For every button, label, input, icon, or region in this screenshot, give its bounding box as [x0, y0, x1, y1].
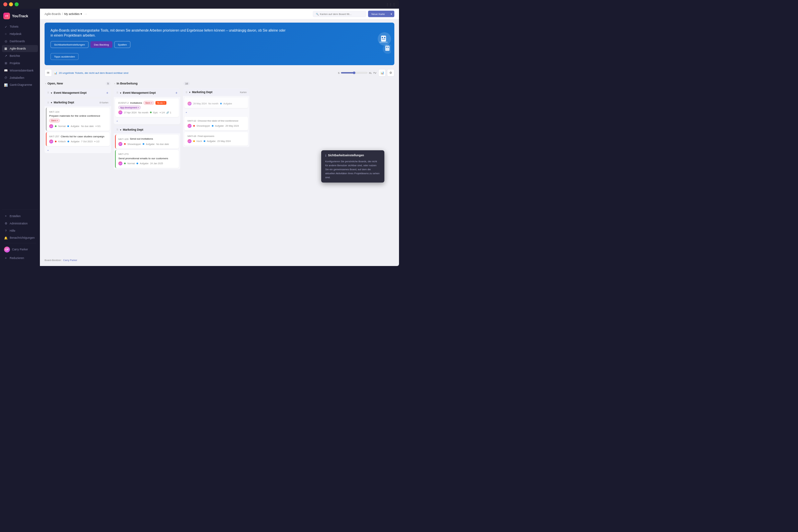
spalten-button[interactable]: Spalten: [114, 41, 130, 48]
agile-boards-icon: ▦: [4, 47, 8, 51]
board-owner-link[interactable]: Carry Parker: [63, 259, 77, 262]
card-avatar-mkt12: CP: [188, 124, 191, 128]
size-slider-group: S XL TV: [338, 72, 376, 75]
neue-karte-label[interactable]: Neue Karte: [368, 11, 388, 17]
drag-handle-icon[interactable]: ⠿: [47, 91, 49, 94]
das-backlog-button[interactable]: Das Backlog: [91, 41, 112, 48]
wissensdatenbank-icon: 📖: [4, 69, 8, 73]
card-id-mkt16: MKT-16: [188, 135, 196, 138]
search-box[interactable]: 🔍: [313, 11, 366, 17]
sidebar-label-administration: Administration: [10, 222, 27, 225]
card-avatar-mkt16: CP: [188, 139, 191, 143]
breadcrumb-current[interactable]: My activities ▾: [64, 12, 82, 16]
group-header-marketing-col1[interactable]: ⠿ ▾ Marketing Dept 8 Karten: [44, 99, 111, 107]
due-event2: No month: [138, 111, 148, 114]
tooltip-title: Sichtbarkeitseinstellungen: [328, 154, 364, 157]
add-card-marketing-col1[interactable]: +: [44, 148, 111, 153]
drag-handle-event-col2-icon[interactable]: ⠿: [116, 91, 118, 94]
banner-text-area: Agile-Boards sind leistungsstarke Tools,…: [51, 28, 287, 60]
sidebar-item-hilfe[interactable]: ? Hilfe: [2, 227, 38, 234]
expand-group-icon[interactable]: ▾: [51, 92, 52, 94]
expand-mkt-col2-icon[interactable]: ▾: [120, 128, 121, 131]
card-mkt-104[interactable]: MKT-104 Prepare materials for the online…: [46, 108, 110, 131]
card-mkt-273[interactable]: MKT-273 Send promotional emails to our c…: [115, 150, 179, 168]
sidebar-item-berichte[interactable]: ↗ Berichte: [2, 53, 38, 59]
size-min-label: S: [338, 72, 340, 75]
search-input[interactable]: [320, 12, 363, 15]
unresolved-tickets-warning[interactable]: 📊 20 ungelöste Tickets, die nicht auf de…: [54, 71, 128, 75]
breadcrumb-current-text: My activities: [64, 12, 79, 16]
sidebar-item-dashboards[interactable]: ◎ Dashboards: [2, 38, 38, 45]
sidebar-item-wissensdatenbank[interactable]: 📖 Wissensdatenbank: [2, 67, 38, 74]
add-card-col3[interactable]: +: [183, 110, 249, 115]
sidebar-item-agile-boards[interactable]: ▦ Agile-Boards: [2, 45, 38, 52]
sidebar-item-tickets[interactable]: ✓ Tickets: [2, 23, 38, 30]
priority-dot-event2: [150, 112, 152, 113]
chart-view-button[interactable]: 📊: [378, 69, 386, 76]
titlebar-maximize[interactable]: [15, 2, 19, 6]
tipps-ausblenden-button[interactable]: Tipps ausblenden: [51, 53, 78, 60]
dashboards-icon: ◎: [4, 40, 8, 43]
breadcrumb: Agile-Boards / My activities ▾ ···: [44, 12, 87, 16]
priority-dot-mkt109: [124, 143, 126, 145]
sidebar-label-tickets: Tickets: [10, 25, 19, 28]
column-header-in-bearbeitung: ‹ In Bearbeitung: [114, 80, 180, 87]
titlebar-close[interactable]: [3, 2, 7, 6]
group-header-marketing-col2[interactable]: ⠿ ▾ Marketing Dept: [114, 126, 180, 133]
breadcrumb-parent[interactable]: Agile-Boards: [44, 12, 61, 16]
sidebar-item-administration[interactable]: ⚙ Administration: [2, 220, 38, 227]
sidebar-bottom: + Erstellen ⚙ Administration ? Hilfe 🔔 B…: [0, 211, 40, 263]
add-card-event-col2-icon[interactable]: +: [175, 91, 177, 95]
card-mkt-109[interactable]: MKT-109 Send out invitations CP Showstop…: [115, 135, 179, 149]
priority-dot-mkt104: [55, 125, 57, 127]
board-toolbar: ✉ 📊 20 ungelöste Tickets, die nicht auf …: [44, 68, 394, 78]
sidebar-label-reduzieren: Reduzieren: [10, 256, 24, 260]
column-3: 10 ⠿ ▾ Marketing Dept Karten: [183, 80, 249, 170]
sidebar-item-user[interactable]: CP Carry Parker: [2, 245, 38, 254]
size-slider[interactable]: [341, 72, 367, 74]
dropdown-chevron-icon[interactable]: ▾: [80, 12, 82, 16]
stern-tag-mkt104[interactable]: Stern ×: [49, 119, 60, 123]
neue-karte-button[interactable]: Neue Karte ▾: [368, 11, 394, 17]
sichtbarkeitseinstellungen-button[interactable]: Sichtbarkeitseinstellungen: [51, 41, 89, 48]
sidebar-label-dashboards: Dashboards: [10, 40, 25, 43]
priority-dot-mkt12: [193, 125, 195, 127]
sidebar-item-zeittabellen[interactable]: ⏱ Zeittabellen: [2, 75, 38, 81]
card-mkt-16[interactable]: MKT-16 Find sponsors CP Hoch Aufgabe: [184, 132, 248, 146]
priority-mkt12: Showstopper: [196, 125, 210, 127]
todo-tag-event2[interactable]: To do ×: [155, 101, 166, 105]
group-header-event[interactable]: ⠿ ▾ Event Management Dept +: [44, 89, 111, 97]
neue-karte-dropdown-icon[interactable]: ▾: [388, 11, 394, 17]
card-meta-mkt104: CP Normal Aufgabe No due date ≡ 0/1: [49, 125, 107, 128]
sidebar-item-projekte[interactable]: ⊞ Projekte: [2, 60, 38, 67]
collapse-col2-icon[interactable]: ‹: [114, 82, 115, 85]
drag-handle-mkt-col2-icon[interactable]: ⠿: [116, 128, 118, 131]
sidebar-item-gantt[interactable]: 📊 Gantt-Diagramme: [2, 81, 38, 89]
header-more-icon[interactable]: ···: [85, 12, 87, 16]
sidebar-item-erstellen[interactable]: + Erstellen: [2, 213, 38, 220]
add-card-to-group-icon[interactable]: +: [107, 91, 108, 95]
card-partial-top[interactable]: CP 28 May 2024 No month Aufgabe: [184, 97, 248, 108]
card-event-2[interactable]: EVENT-2 Invitations Stern × To do × App …: [115, 98, 179, 117]
sidebar-item-reduzieren[interactable]: « Reduzieren: [2, 255, 38, 262]
expand-event-col2-icon[interactable]: ▾: [120, 92, 121, 94]
drag-handle-marketing-icon[interactable]: ⠿: [47, 101, 49, 104]
card-mkt-257[interactable]: MKT-257 Clients list for case studies ca…: [46, 132, 110, 146]
app-dev-tag-event2[interactable]: App development ×: [118, 106, 141, 110]
collapse-column-icon[interactable]: ‹: [45, 82, 46, 85]
settings-button[interactable]: ⚙: [387, 69, 394, 76]
sidebar-item-benachrichtigungen[interactable]: 🔔 Benachrichtigungen: [2, 234, 38, 241]
stern-tag-event2[interactable]: Stern ×: [143, 101, 154, 105]
card-mkt-12[interactable]: MKT-12 Choose the date of the conference…: [184, 117, 248, 131]
drag-handle-mkt-col3-icon[interactable]: ⠿: [186, 91, 188, 94]
filter-icon-button[interactable]: ✉: [44, 69, 52, 76]
type-dot-mkt12: [212, 125, 213, 127]
group-header-event-col2[interactable]: ⠿ ▾ Event Management Dept +: [114, 89, 180, 97]
sidebar-item-helpdesk[interactable]: ○ Helpdesk: [2, 31, 38, 38]
group-header-marketing-col3[interactable]: ⠿ ▾ Marketing Dept Karten: [183, 89, 249, 96]
avatar: CP: [4, 247, 10, 253]
expand-mkt-col3-icon[interactable]: ▾: [189, 91, 191, 94]
expand-marketing-col1-icon[interactable]: ▾: [51, 101, 52, 104]
add-card-event-col2[interactable]: +: [114, 118, 180, 124]
titlebar-minimize[interactable]: [9, 2, 13, 6]
